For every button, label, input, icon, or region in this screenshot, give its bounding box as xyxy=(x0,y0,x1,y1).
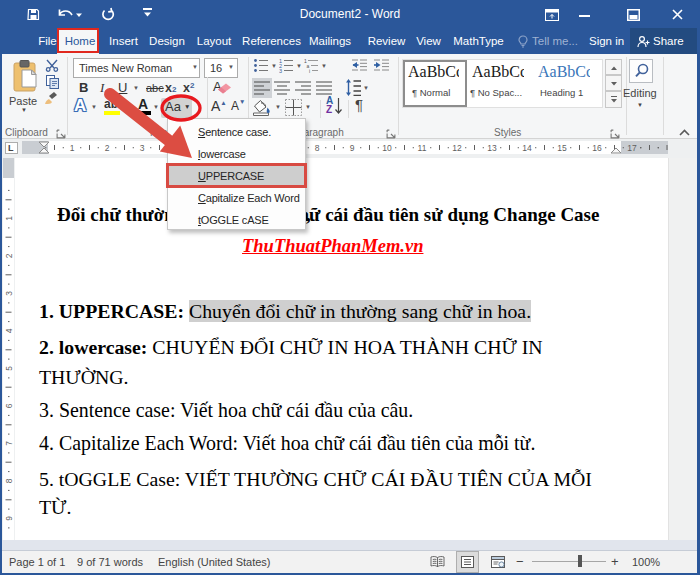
svg-text:14: 14 xyxy=(522,143,532,153)
svg-text:1: 1 xyxy=(70,143,75,153)
svg-text:7: 7 xyxy=(4,441,14,446)
svg-text:3: 3 xyxy=(279,68,282,73)
svg-text:9: 9 xyxy=(350,143,355,153)
svg-text:13: 13 xyxy=(487,143,497,153)
svg-text:16: 16 xyxy=(592,143,602,153)
svg-text:15: 15 xyxy=(557,143,567,153)
svg-text:3: 3 xyxy=(4,291,14,296)
svg-text:5: 5 xyxy=(4,366,14,371)
svg-text:4: 4 xyxy=(4,328,14,333)
svg-text:8: 8 xyxy=(315,143,320,153)
svg-text:12: 12 xyxy=(452,143,462,153)
svg-text:17: 17 xyxy=(627,143,637,153)
svg-text:10: 10 xyxy=(382,143,392,153)
svg-text:8: 8 xyxy=(4,478,14,483)
svg-text:2: 2 xyxy=(4,253,14,258)
svg-text:1: 1 xyxy=(4,216,14,221)
svg-text:11: 11 xyxy=(418,143,427,153)
svg-text:i: i xyxy=(309,68,310,73)
svg-text:6: 6 xyxy=(4,403,14,408)
svg-text:9: 9 xyxy=(4,516,14,521)
